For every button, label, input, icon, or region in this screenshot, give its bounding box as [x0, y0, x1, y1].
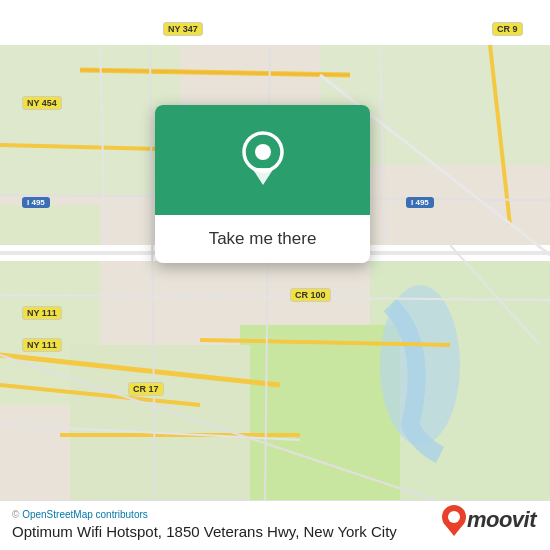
- svg-point-34: [448, 511, 460, 523]
- moovit-text: moovit: [467, 507, 536, 533]
- moovit-logo: moovit: [441, 504, 536, 536]
- road-label-ny454: NY 454: [22, 96, 62, 110]
- road-label-cr100: CR 100: [290, 288, 331, 302]
- road-label-i495-right: I 495: [406, 197, 434, 208]
- road-label-cr9: CR 9: [492, 22, 523, 36]
- road-label-ny347: NY 347: [163, 22, 203, 36]
- road-label-cr17: CR 17: [128, 382, 164, 396]
- take-me-there-button[interactable]: Take me there: [197, 225, 329, 253]
- osm-link[interactable]: OpenStreetMap contributors: [22, 509, 148, 520]
- location-pin-icon: [238, 130, 288, 190]
- svg-point-31: [255, 144, 271, 160]
- popup-green-area: [155, 105, 370, 215]
- popup-card: Take me there: [155, 105, 370, 263]
- moovit-pin-icon: [441, 504, 467, 536]
- map-container: NY 347 NY 454 I 495 I 495 CR 100 NY 111 …: [0, 0, 550, 550]
- svg-rect-5: [240, 325, 400, 505]
- svg-marker-35: [446, 526, 462, 536]
- svg-marker-32: [252, 168, 274, 185]
- popup-button-area[interactable]: Take me there: [155, 215, 370, 263]
- copyright-symbol: ©: [12, 509, 19, 520]
- road-label-ny111-2: NY 111: [22, 338, 62, 352]
- road-label-i495-left: I 495: [22, 197, 50, 208]
- map-background: [0, 0, 550, 550]
- road-label-ny111-1: NY 111: [22, 306, 62, 320]
- svg-rect-1: [0, 45, 180, 195]
- svg-rect-6: [70, 345, 250, 505]
